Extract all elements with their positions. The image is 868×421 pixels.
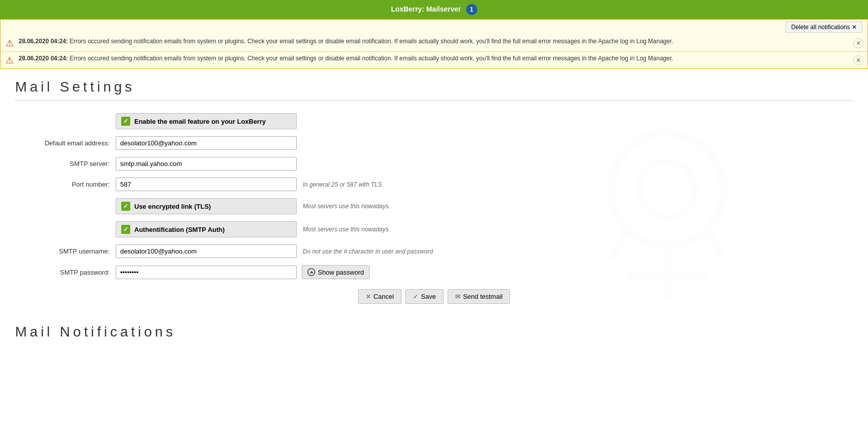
port-number-label: Port number:: [15, 181, 116, 188]
show-password-button[interactable]: Show password: [302, 265, 370, 279]
main-content: Mail Settings ✓ Enable the email feature…: [0, 69, 868, 350]
notification-bell[interactable]: 1: [466, 4, 477, 15]
smtp-server-label: SMTP server:: [15, 160, 116, 167]
enable-row: ✓ Enable the email feature on your LoxBe…: [15, 113, 853, 129]
notification-message: Errors occured sending notification emai…: [69, 38, 673, 45]
tls-row: ✓ Use encrypted link (TLS) Most servers …: [15, 198, 853, 214]
save-label: Save: [421, 293, 436, 300]
smtp-auth-row: ✓ Authentification (SMTP Auth) Most serv…: [15, 221, 853, 237]
action-row: ✕ Cancel ✓ Save ✉ Send testmail: [15, 289, 853, 304]
notification-item: ⚠ 28.06.2020 04:24: Errors occured sendi…: [1, 35, 867, 52]
default-email-label: Default email address:: [15, 139, 116, 147]
tls-button[interactable]: ✓ Use encrypted link (TLS): [116, 198, 297, 214]
smtp-password-input[interactable]: [116, 266, 297, 279]
default-email-row: Default email address:: [15, 136, 853, 150]
top-bar: LoxBerry: Mailserver 1: [0, 0, 868, 19]
notification-timestamp: 28.06.2020 04:24:: [19, 38, 68, 45]
error-icon: ⚠: [6, 38, 14, 49]
port-number-input[interactable]: [116, 178, 297, 191]
smtp-password-row: SMTP password: Show password: [15, 265, 853, 279]
notification-item: ⚠ 28.06.2020 04:24: Errors occured sendi…: [1, 52, 867, 68]
save-icon: ✓: [413, 293, 418, 300]
port-number-row: Port number: In general 25 or 587 with T…: [15, 178, 853, 191]
notification-text: 28.06.2020 04:24: Errors occured sending…: [19, 37, 862, 46]
cancel-label: Cancel: [374, 293, 394, 300]
smtp-server-input[interactable]: [116, 157, 297, 171]
cancel-icon: ✕: [366, 293, 371, 300]
notification-close-button-1[interactable]: ✕: [853, 38, 863, 48]
mail-icon: ✉: [455, 293, 461, 300]
page-title: Mail Settings: [15, 79, 853, 101]
notification-close-button-2[interactable]: ✕: [853, 55, 863, 65]
delete-all-button[interactable]: Delete all notifications ✕: [786, 22, 862, 33]
tls-label: Use encrypted link (TLS): [134, 203, 211, 210]
tls-checkmark-icon: ✓: [121, 202, 130, 211]
app-title: LoxBerry: Mailserver: [391, 5, 461, 13]
delete-all-label: Delete all notifications: [791, 24, 850, 31]
smtp-username-row: SMTP username: Do not use the # characte…: [15, 244, 853, 258]
notification-timestamp-2: 28.06.2020 04:24:: [19, 55, 68, 62]
eye-icon: [307, 268, 315, 276]
delete-all-icon: ✕: [852, 24, 857, 31]
smtp-password-label: SMTP password:: [15, 269, 116, 276]
tls-hint: Most servers use this nowadays.: [303, 203, 390, 210]
smtp-username-label: SMTP username:: [15, 247, 116, 255]
default-email-input[interactable]: [116, 136, 297, 150]
form-section: ✓ Enable the email feature on your LoxBe…: [15, 113, 853, 304]
smtp-server-row: SMTP server:: [15, 157, 853, 171]
enable-checkmark-icon: ✓: [121, 117, 130, 126]
send-testmail-label: Send testmail: [463, 293, 503, 300]
smtp-username-input[interactable]: [116, 244, 297, 258]
notification-text-2: 28.06.2020 04:24: Errors occured sending…: [19, 54, 862, 63]
enable-label: Enable the email feature on your LoxBerr…: [134, 118, 266, 125]
mail-notifications-title: Mail Notifications: [15, 319, 853, 340]
smtp-auth-checkmark-icon: ✓: [121, 225, 130, 234]
error-icon: ⚠: [6, 55, 14, 66]
notification-message-2: Errors occured sending notification emai…: [69, 55, 673, 62]
send-testmail-button[interactable]: ✉ Send testmail: [448, 289, 510, 304]
show-password-label: Show password: [318, 269, 364, 276]
smtp-auth-label: Authentification (SMTP Auth): [134, 226, 225, 233]
save-button[interactable]: ✓ Save: [405, 289, 444, 304]
smtp-auth-hint: Most servers use this nowadays.: [303, 226, 390, 233]
notification-header: Delete all notifications ✕: [1, 20, 867, 35]
smtp-auth-button[interactable]: ✓ Authentification (SMTP Auth): [116, 221, 297, 237]
smtp-username-hint: Do not use the # character in user and p…: [303, 248, 433, 255]
enable-email-button[interactable]: ✓ Enable the email feature on your LoxBe…: [116, 113, 297, 129]
cancel-button[interactable]: ✕ Cancel: [358, 289, 401, 304]
port-hint: In general 25 or 587 with TLS: [303, 181, 382, 188]
